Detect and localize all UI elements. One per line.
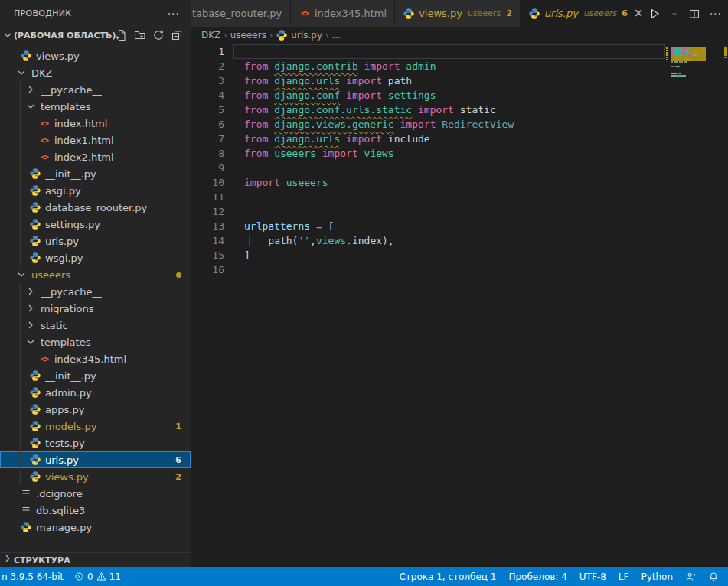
notifications-bell[interactable] [708,567,719,586]
minimap-line [684,61,687,63]
tree-item-views.py[interactable]: views.py [0,47,191,64]
minimap-line [671,59,673,60]
code-line-3[interactable]: from django.urls import path [244,73,666,88]
tree-item-templates[interactable]: templates [0,98,191,115]
tab-urls.py[interactable]: urls.pyuseeers6× [521,0,652,27]
minimap-line [686,52,690,54]
code-line-13[interactable]: urlpatterns = [ [244,219,666,233]
code-line-7[interactable]: from django.urls import include [244,132,666,146]
tree-item-asgi.py[interactable]: asgi.py [0,182,191,199]
code-line-10[interactable]: import useeers [244,175,666,190]
code-line-11[interactable] [244,190,666,204]
tree-item-apps.py[interactable]: apps.py [0,401,191,418]
tree-item-models.py[interactable]: models.py1 [0,418,191,435]
tree-item-index.html[interactable]: <>index.html [0,115,191,132]
breadcrumb-item-DKZ[interactable]: DKZ [201,30,220,41]
structure-section-header[interactable]: СТРУКТУРА [0,552,191,567]
tab-tabase_roouter.py[interactable]: tabase_roouter.py [191,0,291,27]
python-interpreter[interactable]: n 3.9.5 64-bit [2,567,64,586]
tree-item-DKZ[interactable]: DKZ [0,64,191,81]
tree-item-settings.py[interactable]: settings.py [0,216,191,233]
tree-item-manage.py[interactable]: manage.py [0,519,191,536]
code-line-12[interactable] [244,204,666,219]
code-editor[interactable]: 12345678910111213141516 from django.cont… [191,44,728,567]
tree-item-.dcignore[interactable]: .dcignore [0,485,191,502]
tree-item-index1.html[interactable]: <>index1.html [0,132,191,148]
code-content[interactable]: from django.contrib import adminfrom dja… [244,44,666,567]
tree-item-tests.py[interactable]: tests.py [0,435,191,451]
line-number: 7 [191,132,244,146]
run-python-file-button[interactable] [648,8,661,20]
tree-item-label: models.py [45,421,96,432]
tree-item-index2.html[interactable]: <>index2.html [0,148,191,165]
tree-item-urls.py[interactable]: urls.py [0,233,191,249]
tree-item-label: static [41,320,68,331]
breadcrumb-item-urls.py[interactable]: urls.py [276,29,322,41]
chevron-down-icon [2,29,14,41]
code-token [382,133,388,145]
code-line-2[interactable]: from django.contrib import admin [244,59,666,73]
tree-item-__init__.py[interactable]: __init__.py [0,367,191,384]
problems-indicator[interactable]: 011 [74,567,121,586]
code-line-5[interactable]: from django.conf.urls.static import stat… [244,103,666,117]
tree-item-__pycache__[interactable]: __pycache__ [0,81,191,98]
split-editor-button[interactable] [688,8,700,20]
cursor-position[interactable]: Строка 1, столбец 1 [399,567,496,586]
tree-item-label: __pycache__ [41,286,102,298]
explorer-more-actions-icon[interactable]: ··· [168,8,180,20]
code-line-9[interactable] [244,161,666,175]
close-tab-icon[interactable]: × [634,8,644,19]
line-number: 11 [191,190,244,204]
minimap-line [671,47,673,49]
breadcrumb-item-useeers[interactable]: useeers [230,30,266,41]
minimap-line [671,61,673,63]
indent-guide [20,435,21,451]
new-file-button[interactable] [116,29,128,41]
tree-item-wsgi.py[interactable]: wsgi.py [0,249,191,266]
tree-item-__pycache__[interactable]: __pycache__ [0,283,191,300]
workspace-section-header[interactable]: (РАБОЧАЯ ОБЛАСТЬ) ... [0,27,191,44]
tree-item-static[interactable]: static [0,317,191,334]
breadcrumb-separator: › [269,31,273,41]
code-token [358,60,364,72]
refresh-explorer-button[interactable] [152,29,165,41]
tree-item-urls.py[interactable]: urls.py6 [0,451,191,468]
line-number: 10 [191,175,244,190]
run-options-dropdown[interactable] [670,9,679,18]
code-line-6[interactable]: from django.views.generic import Redirec… [244,117,666,132]
code-token [316,148,322,159]
collapse-folders-button[interactable] [171,29,183,41]
minimap-line [681,50,685,51]
tree-item-database_roouter.py[interactable]: database_roouter.py [0,199,191,216]
feedback-button[interactable] [685,567,696,586]
tree-item-db.sqlite3[interactable]: db.sqlite3 [0,502,191,519]
new-folder-button[interactable] [134,29,146,41]
tree-item-index345.html[interactable]: <>index345.html [0,350,191,367]
eol-sequence[interactable]: LF [619,567,629,586]
status-bar: n 3.9.5 64-bit011 Строка 1, столбец 1Про… [0,567,728,586]
python-file-icon [20,50,32,62]
code-line-1[interactable] [244,44,666,59]
tree-item-admin.py[interactable]: admin.py [0,384,191,401]
code-line-16[interactable] [244,262,666,277]
code-line-8[interactable]: from useeers import views [244,146,666,161]
code-line-14[interactable]: path('',views.index), [244,233,666,248]
tab-views.py[interactable]: views.pyuseeers2 [395,0,521,27]
sidebar-header: ПРОВОДНИК ··· [0,0,191,27]
indentation[interactable]: Пробелов: 4 [508,567,566,586]
code-line-4[interactable]: from django.conf import settings [244,88,666,103]
editor-more-actions[interactable]: ··· [710,8,722,20]
encoding[interactable]: UTF-8 [579,567,606,586]
tree-item-__init__.py[interactable]: __init__.py [0,165,191,182]
tree-item-useeers[interactable]: useeers [0,266,191,283]
minimap[interactable] [666,44,723,135]
tab-index345.html[interactable]: <>index345.html [291,0,395,27]
python-file-icon [528,8,540,20]
code-line-15[interactable]: ] [244,248,666,262]
tree-item-migrations[interactable]: migrations [0,300,191,317]
minimap-line [674,57,686,58]
tree-item-templates[interactable]: templates [0,334,191,350]
breadcrumb-item-...[interactable]: ... [331,30,340,41]
tree-item-views.py[interactable]: views.py2 [0,468,191,485]
language-mode[interactable]: Python [641,567,673,586]
